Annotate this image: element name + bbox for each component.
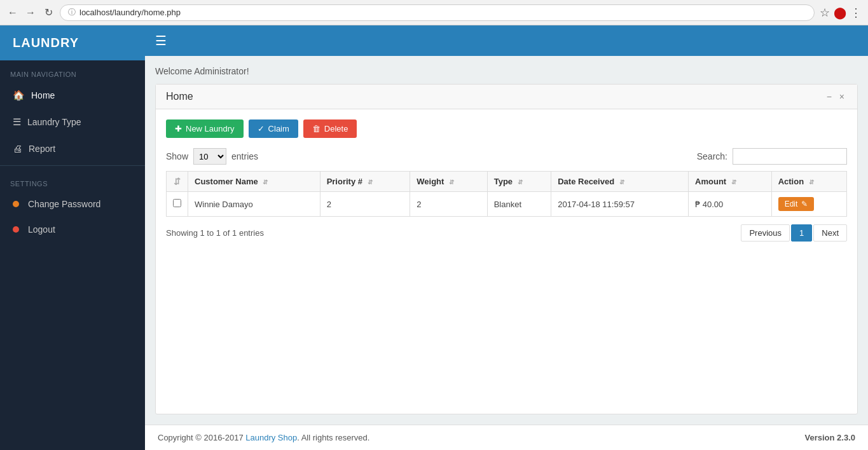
row-amount: ₱ 40.00 — [689, 192, 772, 217]
footer-rights: . All rights reserved. — [297, 433, 369, 442]
th-weight[interactable]: Weight ⇵ — [410, 172, 487, 192]
th-customer-name[interactable]: Customer Name ⇵ — [188, 172, 320, 192]
minimize-button[interactable]: − — [824, 92, 834, 102]
card-title: Home — [166, 91, 193, 102]
claim-button[interactable]: ✓ Claim — [249, 119, 298, 138]
th-date-received-label: Date Received — [558, 177, 614, 186]
url-bar: ⓘ localhost/laundry/home.php — [60, 4, 815, 21]
opera-icon[interactable]: ⬤ — [834, 6, 846, 20]
amount-sort-icon: ⇵ — [731, 179, 736, 186]
next-button[interactable]: Next — [813, 224, 847, 242]
print-icon: 🖨 — [13, 143, 22, 154]
browser-chrome: ← → ↻ ⓘ localhost/laundry/home.php ☆ ⬤ ⋮ — [0, 0, 868, 25]
sidebar-item-report[interactable]: 🖨 Report — [0, 135, 145, 161]
row-checkbox-cell — [167, 192, 188, 217]
lock-icon: ⓘ — [68, 7, 76, 18]
table-body: Winnie Damayo 2 2 Blanket 2017-04-18 11:… — [167, 192, 847, 217]
bookmark-icon[interactable]: ☆ — [820, 6, 830, 20]
pagination: Previous 1 Next — [741, 224, 847, 242]
th-date-received[interactable]: Date Received ⇵ — [551, 172, 689, 192]
sidebar-item-laundry-type[interactable]: ☰ Laundry Type — [0, 109, 145, 135]
priority-sort-icon: ⇵ — [368, 179, 373, 186]
search-label: Search: — [697, 151, 727, 161]
footer-copyright: Copyright © 2016-2017 Laundry Shop. All … — [158, 433, 369, 442]
th-amount-label: Amount — [695, 177, 726, 186]
hamburger-icon: ☰ — [155, 34, 167, 48]
edit-button[interactable]: Edit ✎ — [778, 197, 815, 211]
type-sort-icon: ⇵ — [518, 179, 523, 186]
sidebar-item-change-password[interactable]: Change Password — [0, 191, 145, 217]
footer-brand-link[interactable]: Laundry Shop — [245, 433, 297, 442]
home-icon: 🏠 — [13, 90, 25, 101]
main-content: ☰ Welcome Administrator! Home − × — [145, 25, 868, 450]
footer-version-number: 2.3.0 — [837, 433, 855, 442]
sidebar-item-laundry-type-label: Laundry Type — [27, 117, 81, 127]
data-table: ⇵ Customer Name ⇵ Priority # ⇵ — [166, 171, 847, 217]
row-date-received: 2017-04-18 11:59:57 — [551, 192, 689, 217]
row-type: Blanket — [487, 192, 551, 217]
settings-label: SETTINGS — [0, 170, 145, 191]
search-input[interactable] — [733, 148, 847, 165]
th-type-label: Type — [494, 177, 513, 186]
th-customer-name-label: Customer Name — [195, 177, 258, 186]
card-header: Home − × — [156, 85, 857, 109]
previous-button[interactable]: Previous — [741, 224, 790, 242]
trash-icon: 🗑 — [312, 124, 320, 133]
welcome-text: Welcome Administrator! — [155, 66, 858, 76]
new-laundry-label: New Laundry — [186, 124, 235, 133]
url-text: localhost/laundry/home.php — [79, 8, 181, 17]
delete-label: Delete — [324, 124, 348, 133]
entries-select[interactable]: 10 25 50 100 — [193, 148, 226, 165]
browser-actions: ☆ ⬤ ⋮ — [820, 6, 862, 20]
footer: Copyright © 2016-2017 Laundry Shop. All … — [145, 425, 868, 450]
page-content: Welcome Administrator! Home − × ✚ New L — [145, 56, 868, 425]
th-amount[interactable]: Amount ⇵ — [689, 172, 772, 192]
th-action-label: Action — [778, 177, 804, 186]
sidebar-item-logout[interactable]: Logout — [0, 217, 145, 242]
card-body: ✚ New Laundry ✓ Claim 🗑 Delete — [156, 109, 857, 252]
row-customer-name: Winnie Damayo — [188, 192, 320, 217]
table-footer: Showing 1 to 1 of 1 entries Previous 1 N… — [166, 224, 847, 242]
list-icon: ☰ — [13, 116, 21, 128]
entries-label: entries — [231, 151, 258, 161]
main-nav-label: MAIN NAVIGATION — [0, 60, 145, 82]
row-action: Edit ✎ — [771, 192, 846, 217]
check-icon: ✓ — [258, 124, 265, 133]
delete-button[interactable]: 🗑 Delete — [303, 119, 357, 138]
edit-label: Edit — [785, 200, 798, 208]
sidebar-item-home[interactable]: 🏠 Home — [0, 82, 145, 109]
plus-icon: ✚ — [175, 124, 182, 133]
sidebar-item-change-password-label: Change Password — [28, 199, 100, 209]
card-controls: − × — [824, 92, 847, 102]
close-button[interactable]: × — [837, 92, 847, 102]
search-box: Search: — [697, 148, 847, 165]
show-label: Show — [166, 151, 188, 161]
hamburger-button[interactable]: ☰ — [155, 33, 167, 48]
change-password-dot — [13, 201, 19, 207]
back-button[interactable]: ← — [6, 6, 19, 19]
th-type[interactable]: Type ⇵ — [487, 172, 551, 192]
th-weight-label: Weight — [417, 177, 444, 186]
top-navbar: ☰ — [145, 25, 868, 56]
forward-button[interactable]: → — [24, 6, 37, 19]
claim-label: Claim — [268, 124, 289, 133]
sidebar-item-report-label: Report — [29, 144, 55, 154]
page-1-button[interactable]: 1 — [791, 224, 812, 242]
date-received-sort-icon: ⇵ — [619, 179, 624, 186]
footer-version: Version 2.3.0 — [804, 433, 855, 442]
table-controls: Show 10 25 50 100 entries Search: — [166, 148, 847, 165]
menu-icon[interactable]: ⋮ — [850, 6, 862, 20]
th-action[interactable]: Action ⇵ — [771, 172, 846, 192]
table-row: Winnie Damayo 2 2 Blanket 2017-04-18 11:… — [167, 192, 847, 217]
reload-button[interactable]: ↻ — [42, 6, 55, 19]
row-checkbox[interactable] — [173, 199, 181, 207]
showing-text: Showing 1 to 1 of 1 entries — [166, 228, 264, 238]
new-laundry-button[interactable]: ✚ New Laundry — [166, 119, 244, 138]
weight-sort-icon: ⇵ — [449, 179, 454, 186]
app-layout: LAUNDRY MAIN NAVIGATION 🏠 Home ☰ Laundry… — [0, 25, 868, 450]
th-select: ⇵ — [167, 172, 188, 192]
sidebar-item-logout-label: Logout — [28, 224, 55, 235]
th-priority[interactable]: Priority # ⇵ — [320, 172, 410, 192]
sort-arrows-icon: ⇵ — [174, 177, 181, 186]
edit-icon: ✎ — [801, 200, 808, 208]
